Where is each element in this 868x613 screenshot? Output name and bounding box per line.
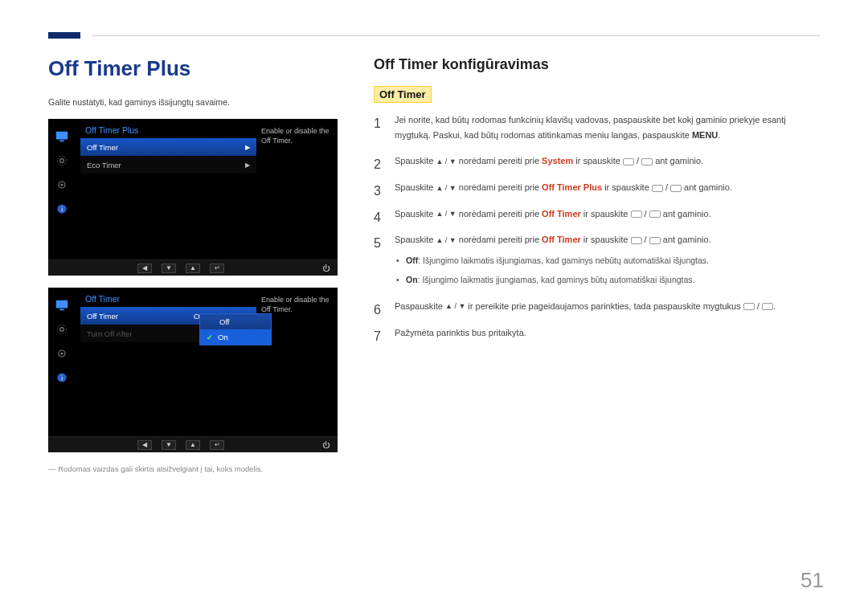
step5-text-b: norėdami pereiti prie — [457, 235, 542, 244]
nav-return-icon: ↵ — [210, 440, 224, 450]
osd2-dropdown: Off ✔On — [199, 313, 272, 345]
step-7: Pažymėta parinktis bus pritaikyta. — [374, 325, 820, 341]
step3-text-a: Spauskite — [395, 182, 436, 192]
step2-text-a: Spauskite — [395, 156, 436, 166]
info-icon: i — [51, 366, 73, 389]
step6-text-b: ir pereikite prie pageidaujamos parinkti… — [465, 301, 743, 311]
on-text: : Išjungimo laikmatis įjungiamas, kad ga… — [418, 275, 695, 284]
up-down-icons: ▲ / ▼ — [436, 182, 456, 194]
step3-text-d: ant gaminio. — [682, 182, 732, 192]
info-icon: i — [51, 198, 73, 220]
up-down-icons: ▲ / ▼ — [436, 208, 456, 220]
step-6: Paspauskite ▲ / ▼ ir pereikite prie page… — [374, 299, 820, 314]
step-2: Spauskite ▲ / ▼ norėdami pereiti prie Sy… — [374, 153, 820, 169]
power-icon: ⏻ — [313, 441, 338, 449]
off-label: Off — [406, 255, 418, 265]
off-text: : Išjungimo laikmatis išjungiamas, kad g… — [418, 255, 709, 265]
enter-icon — [762, 303, 773, 310]
step5-text-d: ant gaminio. — [661, 235, 711, 244]
svg-rect-8 — [56, 300, 68, 309]
button-icon — [623, 158, 634, 166]
step6-text-a: Paspauskite — [395, 301, 445, 311]
nav-return-icon: ↵ — [210, 264, 224, 273]
system-label: System — [542, 156, 573, 166]
intro-text: Galite nustatyti, kad gaminys išsijungtų… — [48, 97, 346, 107]
offtimer-label: Off Timer — [542, 209, 581, 219]
step4-text-d: ant gaminio. — [661, 209, 711, 219]
step-4: Spauskite ▲ / ▼ norėdami pereiti prie Of… — [374, 206, 820, 222]
power-icon: ⏻ — [313, 264, 338, 272]
chapter-marker — [48, 32, 80, 39]
step5-text-c: ir spauskite — [581, 235, 631, 244]
step2-text-d: ant gaminio. — [653, 156, 703, 166]
enter-icon — [649, 210, 661, 218]
step2-text-c: ir spauskite — [573, 156, 623, 166]
enter-icon — [670, 185, 682, 192]
svg-point-10 — [60, 328, 64, 332]
offtimerplus-label: Off Timer Plus — [542, 182, 602, 192]
svg-point-13 — [60, 352, 63, 354]
step6-text-c: . — [773, 301, 776, 311]
up-down-icons: ▲ / ▼ — [436, 235, 456, 247]
osd1-row2-label: Eco Timer — [87, 161, 245, 170]
menu-label: MENU — [692, 130, 718, 140]
nav-up-icon: ▲ — [186, 440, 200, 450]
button-icon — [652, 185, 663, 192]
page-title: Off Timer Plus — [48, 56, 346, 81]
step4-text-a: Spauskite — [395, 209, 436, 219]
page-number: 51 — [800, 568, 824, 593]
step-1: Jei norite, kad būtų rodomas funkcinių k… — [374, 112, 820, 142]
button-icon — [743, 303, 755, 310]
osd1-row1-label: Off Timer — [87, 143, 245, 152]
button-icon — [631, 210, 642, 218]
osd2-desc: Enable or disable the Off Timer. — [261, 288, 338, 452]
osd2-title: Off Timer — [80, 294, 256, 304]
step-5: Spauskite ▲ / ▼ norėdami pereiti prie Of… — [374, 232, 820, 287]
monitor-icon — [51, 294, 73, 317]
step1-text-a: Jei norite, kad būtų rodomas funkcinių k… — [395, 115, 786, 140]
enter-icon — [649, 237, 661, 244]
step7-text: Pažymėta parinktis bus pritaikyta. — [395, 328, 526, 337]
monitor-icon — [51, 125, 73, 148]
chevron-right-icon: ▶ — [245, 144, 250, 151]
osd-screenshot-1: i Off Timer Plus Off Timer ▶ Eco Timer ▶… — [48, 119, 338, 276]
osd2-drop-on: ✔On — [200, 329, 271, 345]
on-label: On — [406, 275, 418, 284]
drop-off-label: Off — [219, 317, 230, 326]
up-down-icons: ▲ / ▼ — [436, 156, 456, 168]
up-down-icons: ▲ / ▼ — [445, 300, 465, 313]
step4-text-b: norėdami pereiti prie — [457, 209, 542, 219]
osd2-row1-label: Off Timer — [87, 312, 194, 321]
settings-icon — [51, 149, 73, 172]
nav-down-icon: ▼ — [162, 440, 176, 450]
step3-text-b: norėdami pereiti prie — [457, 182, 542, 192]
step3-text-c: ir spauskite — [602, 182, 652, 192]
svg-point-5 — [60, 183, 63, 186]
step1-text-c: . — [718, 130, 720, 140]
bullet-on: On: Išjungimo laikmatis įjungiamas, kad … — [396, 273, 820, 288]
gear-icon — [51, 342, 73, 365]
nav-left-icon: ◀ — [137, 264, 152, 273]
top-rule — [92, 35, 820, 36]
gear-icon — [51, 174, 73, 196]
svg-point-2 — [60, 159, 64, 163]
sub-label: Off Timer — [374, 86, 432, 103]
step4-text-c: ir spauskite — [581, 209, 631, 219]
offtimer-label-2: Off Timer — [542, 235, 581, 244]
nav-up-icon: ▲ — [186, 264, 200, 273]
step5-text-a: Spauskite — [395, 235, 436, 244]
svg-rect-1 — [59, 141, 63, 142]
osd-screenshot-2: i Off Timer Off Timer Off Turn Off After… — [48, 288, 338, 452]
nav-down-icon: ▼ — [162, 264, 176, 273]
nav-left-icon: ◀ — [137, 440, 152, 450]
osd-nav-bar: ◀ ▼ ▲ ↵ ⏻ — [48, 260, 338, 276]
svg-point-11 — [57, 325, 66, 333]
osd-nav-bar: ◀ ▼ ▲ ↵ ⏻ — [48, 436, 338, 452]
section-title: Off Timer konfigūravimas — [374, 56, 820, 73]
drop-on-label: On — [218, 333, 228, 341]
osd1-row-ecotimer: Eco Timer ▶ — [80, 156, 256, 174]
osd1-row-offtimer: Off Timer ▶ — [80, 138, 256, 156]
svg-rect-9 — [59, 309, 63, 311]
svg-rect-0 — [56, 132, 68, 140]
chevron-right-icon: ▶ — [245, 161, 250, 169]
